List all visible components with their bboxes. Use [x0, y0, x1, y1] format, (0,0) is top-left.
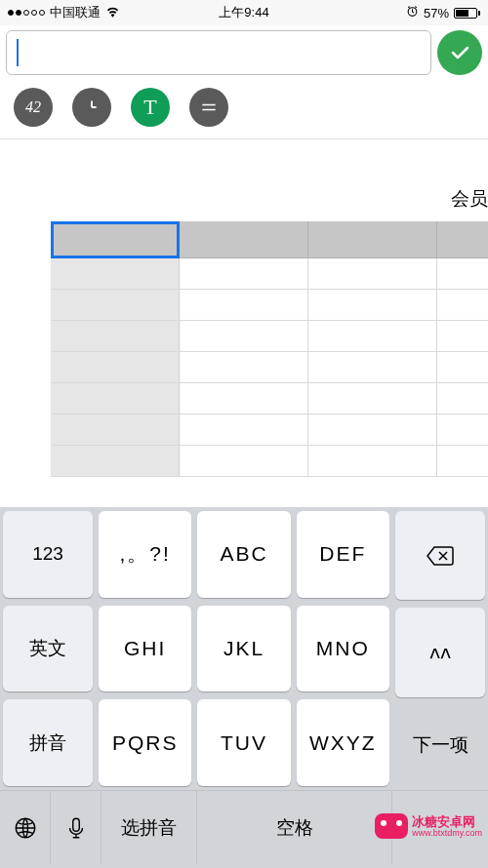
key-pqrs[interactable]: PQRS: [99, 699, 191, 786]
table-row: [51, 290, 488, 321]
more-formats-button[interactable]: [189, 88, 228, 127]
table-row: [51, 258, 488, 290]
table-row: [51, 414, 488, 446]
watermark-name: 冰糖安卓网: [412, 815, 482, 828]
check-icon: [448, 41, 471, 64]
alarm-icon: [406, 5, 419, 20]
table-row: [51, 352, 488, 383]
globe-icon: [13, 815, 38, 841]
key-wxyz[interactable]: WXYZ: [297, 699, 389, 786]
header-row: [51, 221, 488, 258]
column-header[interactable]: [437, 221, 488, 258]
text-cursor: [17, 39, 19, 66]
key-pinyin[interactable]: 拼音: [3, 699, 93, 786]
battery-icon: [454, 8, 480, 19]
key-def[interactable]: DEF: [297, 511, 389, 598]
key-select-pinyin[interactable]: 选拼音: [102, 791, 197, 864]
formula-bar: [0, 25, 488, 80]
key-next[interactable]: 下一项: [392, 701, 488, 790]
key-numbers[interactable]: 123: [3, 511, 93, 598]
status-bar: 中国联通 上午9:44 57%: [0, 0, 488, 25]
key-abc[interactable]: ABC: [197, 511, 290, 598]
key-globe[interactable]: [0, 791, 51, 864]
key-ghi[interactable]: GHI: [99, 606, 191, 692]
key-mic[interactable]: [51, 791, 102, 864]
wifi-icon: [105, 6, 120, 20]
sheet-title: 会员: [451, 186, 488, 212]
grid[interactable]: [51, 221, 488, 477]
watermark-url: www.btxtdmy.com: [412, 828, 482, 838]
format-toolbar: 42 T: [0, 80, 488, 138]
key-tuv[interactable]: TUV: [197, 699, 290, 786]
signal-strength-icon: [8, 10, 45, 16]
column-header[interactable]: [308, 221, 437, 258]
key-mno[interactable]: MNO: [297, 606, 389, 692]
key-jkl[interactable]: JKL: [197, 606, 290, 692]
column-header[interactable]: [180, 221, 308, 258]
text-format-button[interactable]: T: [131, 88, 170, 127]
clock-label: 上午9:44: [219, 4, 268, 21]
key-punct[interactable]: ,。?!: [99, 511, 191, 598]
cell-selected[interactable]: [51, 221, 180, 258]
table-row: [51, 383, 488, 414]
key-space[interactable]: 空格: [197, 791, 392, 864]
table-row: [51, 321, 488, 352]
key-english[interactable]: 英文: [3, 606, 93, 692]
confirm-button[interactable]: [437, 30, 482, 75]
svg-rect-3: [72, 818, 79, 831]
watermark-icon: [375, 813, 408, 839]
carrier-label: 中国联通: [50, 4, 101, 21]
spreadsheet-area[interactable]: 会员: [0, 139, 488, 510]
watermark: 冰糖安卓网 www.btxtdmy.com: [375, 813, 482, 839]
battery-percent: 57%: [424, 6, 449, 20]
time-format-button[interactable]: [72, 88, 111, 127]
formula-input[interactable]: [6, 30, 431, 75]
key-backspace[interactable]: [395, 511, 485, 600]
clock-icon: [81, 97, 102, 118]
key-reinput[interactable]: ᴧᴧ: [395, 608, 485, 696]
number-format-button[interactable]: 42: [14, 88, 53, 127]
backspace-icon: [426, 545, 455, 567]
menu-icon: [199, 98, 219, 117]
table-row: [51, 446, 488, 477]
mic-icon: [63, 815, 89, 841]
